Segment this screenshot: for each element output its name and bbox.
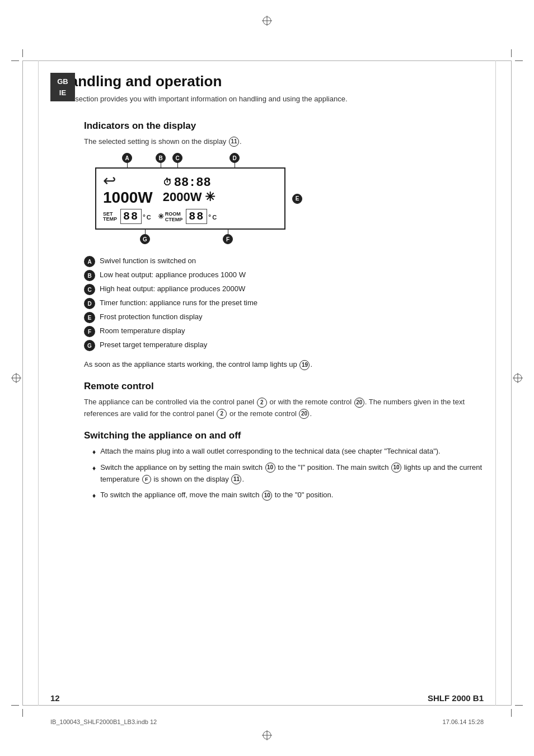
- display-box: ↩ 1000W ⏱ 88:88 2000W ✳: [95, 167, 285, 230]
- intro-text: This section provides you with important…: [59, 94, 348, 105]
- lang-badge: GB IE: [50, 73, 75, 101]
- display-row1: ↩ 1000W ⏱ 88:88 2000W ✳: [103, 173, 278, 207]
- label-b: B: [156, 153, 166, 167]
- margin-line-left: [38, 60, 39, 706]
- badge-c: C: [84, 284, 95, 295]
- indicator-item-c: C High heat output: appliance produces 2…: [84, 283, 484, 295]
- switching-heading: Switching the appliance on and off: [84, 430, 484, 441]
- switching-item-1: Attach the mains plug into a wall outlet…: [92, 446, 484, 458]
- indicators-intro: The selected setting is shown on the dis…: [84, 136, 484, 148]
- page-border-left: [22, 60, 23, 706]
- label-c: C: [172, 153, 182, 167]
- page-footer: 12 SHLF 2000 B1: [50, 693, 484, 703]
- circle-2a: 2: [257, 398, 267, 408]
- circle-20a: 20: [354, 398, 364, 408]
- room-temp-digits: 88: [186, 209, 207, 224]
- file-footer: IB_100043_SHLF2000B1_LB3.indb 12 17.06.1…: [50, 718, 484, 725]
- badge-a: A: [84, 256, 95, 267]
- display-right-col: ⏱ 88:88 2000W ✳: [163, 176, 278, 204]
- badge-e: E: [84, 312, 95, 323]
- lang-ie: IE: [53, 87, 73, 99]
- indicator-item-f: F Room temperature display: [84, 325, 484, 337]
- watt-low-display: 1000W: [103, 189, 153, 207]
- indicator-item-g: G Preset target temperature display: [84, 339, 484, 351]
- indicator-item-b: B Low heat output: appliance produces 10…: [84, 269, 484, 281]
- label-g-bottom: G: [140, 230, 150, 244]
- label-a: A: [122, 153, 132, 167]
- circle-10c: 10: [262, 491, 272, 501]
- lang-gb: GB: [53, 76, 73, 87]
- set-temp-digits: 88: [120, 209, 142, 224]
- circle-10a: 10: [265, 463, 275, 473]
- diagram-bottom-labels: G F: [95, 230, 308, 244]
- room-temp-label-area: ✳ ROOM CTEMP: [158, 211, 183, 222]
- switching-item-2: Switch the appliance on by setting the m…: [92, 462, 484, 486]
- date-info: 17.06.14 15:28: [443, 718, 484, 725]
- indicator-item-d: D Timer function: appliance runs for the…: [84, 297, 484, 309]
- page-title: Handling and operation: [59, 73, 348, 90]
- page-number: 12: [50, 693, 60, 703]
- indicator-item-e: E Frost protection function display: [84, 311, 484, 323]
- clock-icon: ⏱: [163, 178, 172, 188]
- clock-digits: 88:88: [174, 176, 211, 190]
- registration-mark-bottom: [262, 730, 272, 740]
- indicator-item-a: A Swivel function is switched on: [84, 255, 484, 267]
- set-temp-block: SET TEMP: [103, 212, 117, 222]
- room-temp-value: 88 ° C: [186, 209, 217, 224]
- diagram-top-labels: A B C D: [106, 153, 308, 167]
- circle-11: 11: [229, 137, 239, 147]
- watt-high-row: 2000W ✳: [163, 190, 278, 204]
- watt-high-display: 2000W: [163, 190, 202, 204]
- remote-control-heading: Remote control: [84, 381, 484, 392]
- page-border-right: [511, 60, 512, 706]
- circle-11b: 11: [231, 474, 241, 484]
- file-info: IB_100043_SHLF2000B1_LB3.indb 12: [50, 718, 157, 725]
- model-name: SHLF 2000 B1: [428, 693, 484, 703]
- page-border-top: [22, 60, 512, 61]
- indicators-heading: Indicators on the display: [84, 120, 484, 132]
- circle-2b: 2: [217, 409, 227, 419]
- circle-f: F: [142, 475, 151, 484]
- label-d: D: [229, 153, 240, 167]
- registration-mark-top: [262, 16, 272, 26]
- registration-mark-left: [11, 373, 21, 383]
- as-soon-text: As soon as the appliance starts working,…: [84, 359, 484, 371]
- circle-20b: 20: [299, 409, 309, 419]
- display-row2: SET TEMP 88 ° C ✳ ROOM CTEMP: [103, 209, 278, 224]
- set-temp-value: 88 ° C: [120, 209, 151, 224]
- switching-list: Attach the mains plug into a wall outlet…: [92, 446, 484, 502]
- page-content: GB IE Handling and operation This sectio…: [50, 73, 484, 507]
- clock-row: ⏱ 88:88: [163, 176, 278, 190]
- label-e: E: [292, 194, 302, 204]
- page-border-bottom: [22, 705, 512, 706]
- circle-19: 19: [299, 360, 310, 370]
- badge-f: F: [84, 326, 95, 337]
- display-diagram: A B C D ↩ 1000W: [84, 153, 308, 244]
- switching-item-3: To switch the appliance off, move the ma…: [92, 489, 484, 501]
- snowflake-icon: ✳: [205, 190, 215, 204]
- swivel-icon: ↩: [103, 173, 116, 189]
- badge-b: B: [84, 270, 95, 281]
- label-f-bottom: F: [223, 230, 233, 244]
- remote-control-text: The appliance can be controlled via the …: [84, 396, 484, 420]
- circle-10b: 10: [391, 463, 401, 473]
- margin-line-right: [495, 60, 496, 706]
- badge-d: D: [84, 298, 95, 309]
- registration-mark-right: [513, 373, 523, 383]
- indicator-list: A Swivel function is switched on B Low h…: [84, 255, 484, 351]
- snowflake-small: ✳: [158, 212, 164, 221]
- badge-g: G: [84, 340, 95, 351]
